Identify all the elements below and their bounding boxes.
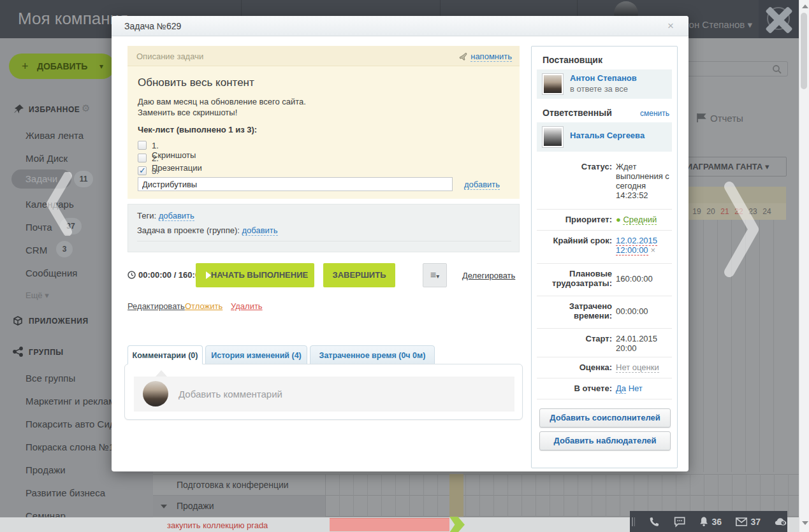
- envelope-icon[interactable]: [736, 517, 747, 527]
- task-timer: 00:00:00 / 160:00: [128, 270, 204, 280]
- change-responsible-link[interactable]: сменить: [640, 109, 669, 118]
- sidebar-collapse-icon[interactable]: [45, 172, 73, 236]
- responsible-row: Наталья Сергеева: [537, 122, 672, 152]
- sidebar-item-messages[interactable]: Сообщения: [26, 268, 77, 278]
- play-icon: [206, 271, 211, 279]
- chat-icon[interactable]: [674, 515, 685, 528]
- drag-handle[interactable]: [634, 517, 636, 526]
- app-root: Моя компания Антон Степанов ▾ ? + ДОБАВИ…: [0, 0, 809, 532]
- tab-history[interactable]: История изменений (4): [205, 345, 307, 364]
- notifications-count: 36: [712, 517, 722, 527]
- tab-comments[interactable]: Комментарии (0): [128, 345, 203, 364]
- sidebar-item-more[interactable]: Ещё ▾: [26, 291, 49, 300]
- scrollbar-thumb[interactable]: [801, 13, 807, 89]
- comments-panel: Добавить комментарий: [124, 364, 523, 420]
- rating-link[interactable]: Нет оценки: [616, 363, 659, 373]
- sidebar-group-all[interactable]: Все группы: [26, 373, 75, 384]
- sidebar-section-apps[interactable]: ПРИЛОЖЕНИЯ: [29, 317, 89, 326]
- in-report-no-link[interactable]: Нет: [629, 384, 643, 393]
- sidebar-group-bizdev[interactable]: Развитие бизнеса: [26, 487, 105, 498]
- checkbox-unchecked[interactable]: [138, 154, 147, 162]
- deadline-value: 12.02.2015 12:00:00×: [616, 236, 672, 255]
- edit-link[interactable]: Редактировать: [128, 301, 185, 311]
- cloud-icon[interactable]: [775, 517, 787, 527]
- sidebar-group-marketing[interactable]: Маркетинг и реклам: [26, 396, 115, 406]
- gantt-group-row[interactable]: Продажи: [153, 496, 325, 517]
- finish-task-button[interactable]: ЗАВЕРШИТЬ: [323, 263, 395, 287]
- tab-reports[interactable]: Отчеты: [697, 113, 743, 124]
- divider: [537, 230, 672, 231]
- in-report-label: В отчете:: [537, 384, 612, 393]
- gantt-grid: [326, 474, 799, 517]
- gantt-task-row[interactable]: Подготовка к конференции: [177, 480, 289, 490]
- add-collaborators-button[interactable]: Добавить соисполнителей: [539, 408, 671, 428]
- divider: [537, 378, 672, 378]
- start-task-button[interactable]: НАЧАТЬ ВЫПОЛНЕНИЕ: [196, 263, 314, 287]
- postpone-link[interactable]: Отложить: [185, 301, 222, 311]
- sidebar-group-sales[interactable]: Продажи: [26, 464, 66, 475]
- checkbox-checked[interactable]: [138, 166, 147, 175]
- responsible-name-link[interactable]: Наталья Сергеева: [570, 131, 645, 140]
- phone-icon[interactable]: [649, 515, 660, 528]
- gantt-next-period-icon[interactable]: [720, 182, 765, 277]
- in-report-yes-link[interactable]: Да: [616, 384, 626, 394]
- divider: [537, 357, 672, 357]
- sidebar-item-drive[interactable]: Мой Диск: [26, 153, 68, 164]
- divider: [537, 328, 672, 329]
- divider: [537, 209, 672, 210]
- more-actions-button[interactable]: ≡▾: [423, 263, 447, 287]
- tab-time-spent[interactable]: Затраченное время (0ч 0м): [310, 345, 435, 364]
- planned-effort-label: Плановые трудозатраты:: [537, 269, 612, 288]
- responsible-title: Ответственный: [543, 108, 612, 118]
- tab-notch: [156, 370, 167, 377]
- gantt-day: 20: [704, 203, 718, 220]
- checklist-add-link[interactable]: добавить: [464, 180, 500, 190]
- tags-add-link[interactable]: добавить: [159, 211, 194, 221]
- description-header-label: Описание задачи: [136, 52, 203, 61]
- creator-name-link[interactable]: Антон Степанов: [570, 73, 637, 83]
- divider: [537, 296, 672, 296]
- task-info-panel: Постановщик Антон Степанов в ответе за в…: [531, 46, 678, 468]
- sidebar-group-elephant[interactable]: Покраска слона №1: [26, 442, 114, 452]
- drag-handle[interactable]: [632, 517, 633, 526]
- sidebar-section-groups[interactable]: ГРУППЫ: [29, 348, 64, 357]
- bell-icon[interactable]: [699, 515, 708, 528]
- rating-label: Оценка:: [537, 363, 612, 372]
- gantt-overdue-task[interactable]: закупить коллекцию prada: [167, 521, 268, 530]
- close-icon[interactable]: ×: [667, 20, 674, 32]
- sidebar-item-crm[interactable]: CRM: [26, 245, 47, 255]
- add-button[interactable]: + ДОБАВИТЬ ▾: [9, 54, 115, 79]
- checkbox-unchecked[interactable]: [138, 141, 147, 150]
- chevron-down-icon: ▾: [765, 162, 769, 171]
- start-label: Старт:: [537, 334, 612, 343]
- dialog-titlebar: Задача №629 ×: [112, 16, 689, 36]
- add-comment-input[interactable]: Добавить комментарий: [134, 377, 514, 412]
- clear-deadline-icon[interactable]: ×: [651, 245, 656, 255]
- deadline-date-link[interactable]: 12.02.2015: [616, 236, 657, 246]
- task-description-box: Описание задачи напомнить Обновить весь …: [128, 46, 520, 199]
- checklist-new-item-input[interactable]: [138, 177, 453, 191]
- deadline-time-link[interactable]: 12:00:00: [616, 245, 648, 255]
- chevron-down-icon: ▾: [436, 273, 439, 280]
- apps-icon: [13, 315, 23, 326]
- time-spent-value: 00:00:00: [616, 306, 672, 316]
- remind-link[interactable]: напомнить: [459, 52, 512, 61]
- checklist-title: Чек-лист (выполнено 1 из 3):: [138, 125, 257, 134]
- delete-link[interactable]: Удалить: [231, 301, 263, 311]
- add-observers-button[interactable]: Добавить наблюдателей: [539, 431, 671, 450]
- gantt-today-column: [449, 474, 463, 517]
- sidebar-item-feed[interactable]: Живая лента: [26, 130, 84, 141]
- gantt-task-bar[interactable]: [330, 518, 449, 531]
- reminder-bell-icon: [459, 52, 468, 61]
- scroll-up-icon[interactable]: [802, 4, 808, 8]
- gear-icon[interactable]: ⚙: [82, 103, 90, 114]
- priority-link[interactable]: Средний: [623, 215, 657, 225]
- status-label: Статус:: [537, 162, 612, 171]
- sidebar-group-car[interactable]: Покарсить авто Сид: [26, 419, 115, 429]
- project-add-link[interactable]: добавить: [242, 226, 278, 236]
- scroll-down-icon[interactable]: [802, 521, 808, 525]
- delegate-link[interactable]: Делегировать: [462, 271, 515, 280]
- avatar: [542, 126, 564, 148]
- creator-subtitle: в ответе за все: [570, 84, 628, 94]
- menu-icon: ≡: [430, 270, 436, 280]
